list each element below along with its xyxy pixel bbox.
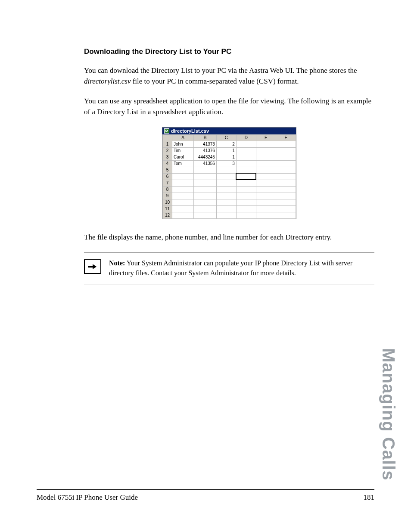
cell [172, 193, 193, 199]
row-header: 6 [163, 173, 172, 180]
cell [216, 205, 236, 212]
section-heading: Downloading the Directory List to Your P… [84, 47, 374, 56]
table-row: 9 [163, 193, 296, 199]
col-header: D [236, 134, 256, 141]
cell [256, 180, 276, 186]
side-tab-label: Managing Calls [379, 348, 398, 480]
cell [236, 212, 256, 218]
cell [236, 141, 256, 147]
cell [236, 147, 256, 154]
cell [256, 186, 276, 193]
cell [194, 173, 217, 180]
cell: Tom [172, 160, 193, 167]
selected-cell [236, 173, 256, 180]
cell [236, 205, 256, 212]
paragraph-2: You can use any spreadsheet application … [84, 96, 374, 117]
column-header-row: A B C D E F [163, 134, 296, 141]
cell [194, 212, 217, 218]
cell [236, 160, 256, 167]
table-row: 2 Tim 41376 1 [163, 147, 296, 154]
note-text: Note: Your System Administrator can popu… [109, 258, 374, 278]
cell [172, 167, 193, 173]
cell [256, 205, 276, 212]
cell [276, 147, 296, 154]
cell [194, 193, 217, 199]
table-row: 11 [163, 205, 296, 212]
cell [236, 167, 256, 173]
cell [276, 212, 296, 218]
cell [216, 186, 236, 193]
cell: 41373 [194, 141, 217, 147]
cell [276, 160, 296, 167]
table-row: 5 [163, 167, 296, 173]
col-header: C [216, 134, 236, 141]
cell [236, 154, 256, 160]
row-header: 3 [163, 154, 172, 160]
note-icon-box [84, 259, 101, 274]
spreadsheet-titlebar: directoryList.csv [162, 128, 296, 134]
cell [236, 199, 256, 205]
cell [276, 167, 296, 173]
page-footer: Model 6755i IP Phone User Guide 181 [37, 489, 374, 502]
cell [172, 205, 193, 212]
table-row: 10 [163, 199, 296, 205]
row-header: 1 [163, 141, 172, 147]
row-header: 9 [163, 193, 172, 199]
cell: John [172, 141, 193, 147]
spreadsheet-window: directoryList.csv A B C D E F [162, 127, 296, 219]
arrow-right-icon [88, 264, 97, 269]
table-row: 3 Carol 4443245 1 [163, 154, 296, 160]
note-label: Note: [109, 259, 125, 267]
filename-italic: directorylist.csv [84, 77, 131, 85]
cell [172, 173, 193, 180]
cell [256, 154, 276, 160]
cell [172, 199, 193, 205]
paragraph-1: You can download the Directory List to y… [84, 65, 374, 87]
note-block: Note: Your System Administrator can popu… [84, 252, 374, 284]
cell: Carol [172, 154, 193, 160]
cell [236, 180, 256, 186]
row-header: 10 [163, 199, 172, 205]
table-row: 8 [163, 186, 296, 193]
cell [172, 180, 193, 186]
cell [216, 180, 236, 186]
file-icon [164, 128, 169, 134]
cell [172, 186, 193, 193]
cell [256, 212, 276, 218]
cell: 1 [216, 154, 236, 160]
cell [216, 193, 236, 199]
spreadsheet-filename: directoryList.csv [171, 128, 209, 134]
cell [256, 167, 276, 173]
row-header: 5 [163, 167, 172, 173]
row-header: 2 [163, 147, 172, 154]
cell: 3 [216, 160, 236, 167]
cell [276, 193, 296, 199]
table-row: 6 [163, 173, 296, 180]
cell [194, 180, 217, 186]
cell [236, 193, 256, 199]
col-header: A [172, 134, 193, 141]
select-all-corner [163, 134, 172, 141]
row-header: 7 [163, 180, 172, 186]
cell [276, 141, 296, 147]
cell [256, 147, 276, 154]
text: file to your PC in comma-separated value… [131, 77, 299, 85]
table-row: 1 John 41373 2 [163, 141, 296, 147]
col-header: E [256, 134, 276, 141]
cell: 4443245 [194, 154, 217, 160]
cell [256, 173, 276, 180]
cell [216, 167, 236, 173]
cell [194, 205, 217, 212]
text: You can download the Directory List to y… [84, 66, 357, 75]
row-header: 12 [163, 212, 172, 218]
row-header: 8 [163, 186, 172, 193]
cell [216, 199, 236, 205]
cell [256, 160, 276, 167]
footer-page-number: 181 [364, 493, 375, 502]
cell [276, 173, 296, 180]
col-header: B [194, 134, 217, 141]
cell: 41356 [194, 160, 217, 167]
cell [216, 173, 236, 180]
cell [276, 205, 296, 212]
row-header: 4 [163, 160, 172, 167]
